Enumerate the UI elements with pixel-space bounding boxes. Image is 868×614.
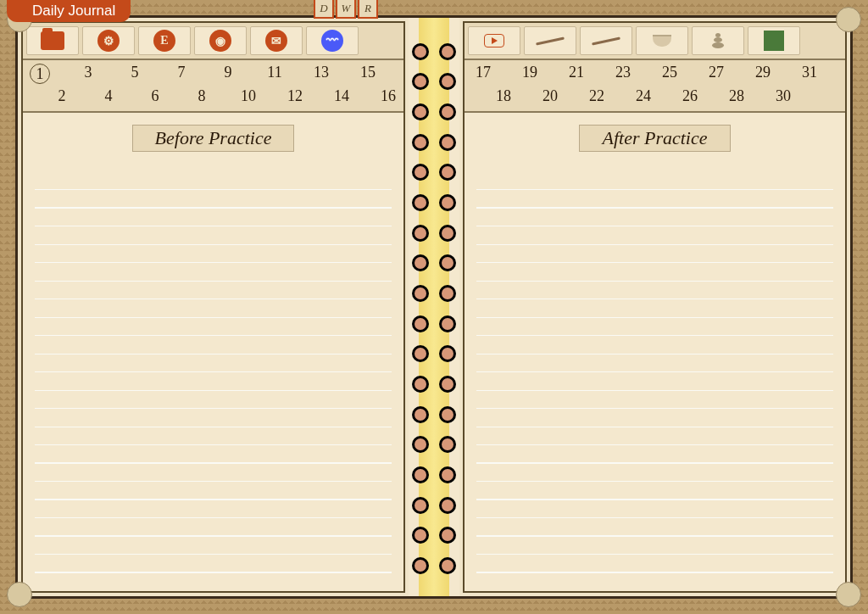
corner-decoration bbox=[836, 582, 861, 607]
bowl-icon bbox=[653, 35, 671, 47]
bamboo-button[interactable] bbox=[748, 26, 800, 55]
day-11[interactable]: 11 bbox=[263, 64, 287, 81]
day-30[interactable]: 30 bbox=[771, 87, 795, 105]
heading-before-practice: Before Practice bbox=[132, 125, 295, 152]
video-icon bbox=[484, 34, 504, 47]
corner-decoration bbox=[836, 7, 861, 32]
pinterest-icon: ◉ bbox=[209, 30, 231, 52]
folder-button[interactable] bbox=[26, 26, 79, 55]
day-2[interactable]: 2 bbox=[50, 87, 74, 105]
mail-button[interactable]: ✉ bbox=[250, 26, 303, 55]
view-tab-weekly[interactable]: W bbox=[336, 0, 356, 19]
day-16[interactable]: 16 bbox=[376, 87, 400, 105]
toolbar-left: ⚙E◉✉〰 bbox=[23, 23, 403, 60]
right-page: 171921232527293118202224262830 After Pra… bbox=[463, 21, 847, 593]
mail-icon: ✉ bbox=[265, 30, 287, 52]
day-10[interactable]: 10 bbox=[236, 87, 260, 105]
left-page: ⚙E◉✉〰 13579111315246810121416 Before Pra… bbox=[21, 21, 405, 593]
day-23[interactable]: 23 bbox=[611, 64, 635, 81]
notebook: ⚙E◉✉〰 13579111315246810121416 Before Pra… bbox=[15, 15, 853, 599]
toolbar-right bbox=[465, 23, 845, 60]
stones-button[interactable] bbox=[692, 26, 744, 55]
writing-area-right[interactable] bbox=[476, 172, 833, 579]
etsy-button[interactable]: E bbox=[138, 26, 191, 55]
day-13[interactable]: 13 bbox=[309, 64, 333, 81]
day-14[interactable]: 14 bbox=[330, 87, 353, 105]
day-22[interactable]: 22 bbox=[585, 87, 609, 105]
day-17[interactable]: 17 bbox=[471, 64, 495, 81]
day-31[interactable]: 31 bbox=[798, 64, 821, 81]
stones-icon bbox=[712, 33, 724, 48]
flute-icon bbox=[592, 36, 620, 45]
day-7[interactable]: 7 bbox=[170, 64, 193, 81]
day-26[interactable]: 26 bbox=[678, 87, 702, 105]
day-9[interactable]: 9 bbox=[216, 64, 240, 81]
day-12[interactable]: 12 bbox=[283, 87, 307, 105]
journal-title-tab[interactable]: Daily Journal bbox=[7, 0, 131, 22]
day-selector-right: 171921232527293118202224262830 bbox=[465, 60, 845, 113]
incense-icon bbox=[536, 36, 565, 45]
view-tabs: D W R bbox=[314, 0, 378, 19]
day-21[interactable]: 21 bbox=[565, 64, 588, 81]
day-19[interactable]: 19 bbox=[518, 64, 542, 81]
freeform-button[interactable]: 〰 bbox=[306, 26, 359, 55]
writing-area-left[interactable] bbox=[35, 172, 392, 579]
day-28[interactable]: 28 bbox=[725, 87, 748, 105]
day-selector-left: 13579111315246810121416 bbox=[23, 60, 403, 113]
view-tab-daily[interactable]: D bbox=[314, 0, 334, 19]
bamboo-icon bbox=[764, 31, 784, 51]
day-3[interactable]: 3 bbox=[76, 64, 100, 81]
day-29[interactable]: 29 bbox=[751, 64, 775, 81]
spiral-binding bbox=[409, 18, 459, 596]
day-20[interactable]: 20 bbox=[538, 87, 562, 105]
incense-button[interactable] bbox=[524, 26, 576, 55]
web-button[interactable]: ⚙ bbox=[82, 26, 135, 55]
day-1[interactable]: 1 bbox=[30, 64, 50, 84]
day-24[interactable]: 24 bbox=[632, 87, 655, 105]
flute-button[interactable] bbox=[580, 26, 632, 55]
day-18[interactable]: 18 bbox=[492, 87, 515, 105]
etsy-icon: E bbox=[153, 30, 175, 52]
freeform-icon: 〰 bbox=[321, 30, 343, 52]
pinterest-button[interactable]: ◉ bbox=[194, 26, 247, 55]
day-6[interactable]: 6 bbox=[143, 87, 167, 105]
day-5[interactable]: 5 bbox=[123, 64, 147, 81]
day-15[interactable]: 15 bbox=[356, 64, 380, 81]
view-tab-review[interactable]: R bbox=[358, 0, 378, 19]
day-8[interactable]: 8 bbox=[190, 87, 214, 105]
bowl-button[interactable] bbox=[636, 26, 688, 55]
heading-after-practice: After Practice bbox=[579, 125, 730, 152]
corner-decoration bbox=[7, 582, 32, 607]
day-4[interactable]: 4 bbox=[97, 87, 120, 105]
web-icon: ⚙ bbox=[97, 30, 120, 52]
day-27[interactable]: 27 bbox=[704, 64, 728, 81]
video-button[interactable] bbox=[468, 26, 520, 55]
folder-icon bbox=[41, 31, 64, 50]
day-25[interactable]: 25 bbox=[658, 64, 682, 81]
